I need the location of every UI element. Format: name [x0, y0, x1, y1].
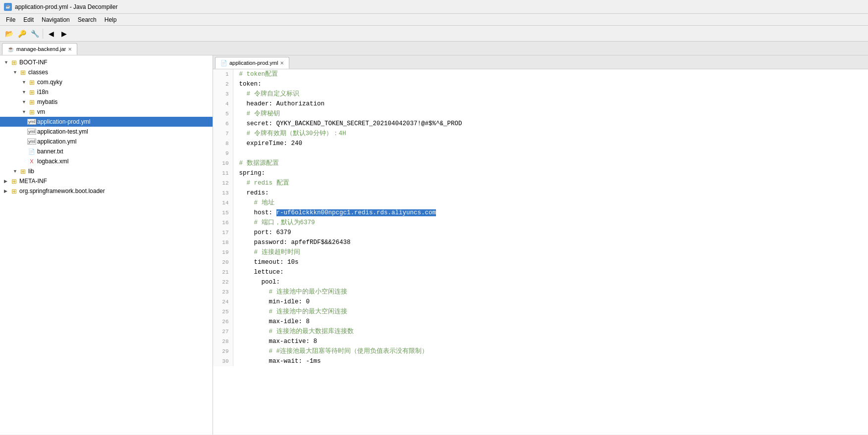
line-content-2[interactable]: token: [233, 79, 868, 89]
tree-node-banner-txt[interactable]: 📄 banner.txt [0, 146, 213, 156]
tree-node-application-test-yml[interactable]: yml application-test.yml [0, 127, 213, 137]
line-content-13[interactable]: redis: [233, 188, 868, 198]
comment-span: # 地址 [239, 199, 274, 206]
tree-node-com-qyky[interactable]: ▼ ⊞ com.qyky [0, 77, 213, 87]
line-content-26[interactable]: max-idle: 8 [233, 317, 868, 327]
code-row-27: 27 # 连接池的最大数据库连接数 [213, 327, 868, 337]
editor-tab-application-prod[interactable]: 📄 application-prod.yml ✕ [215, 57, 289, 69]
xml-file-icon: X [28, 157, 36, 165]
open-file-button[interactable]: 📂 [3, 28, 15, 40]
comment-span: # 数据源配置 [239, 160, 279, 167]
main-tab-close[interactable]: ✕ [68, 47, 72, 52]
menu-help[interactable]: Help [101, 15, 121, 24]
menu-navigation[interactable]: Navigation [38, 15, 74, 24]
tree-panel: ▼ ⊞ BOOT-INF ▼ ⊞ classes ▼ ⊞ com.qyky ▼ … [0, 55, 213, 435]
yml-file-icon: yml [28, 138, 36, 145]
menu-search[interactable]: Search [74, 15, 101, 24]
tree-node-application-prod-yml[interactable]: yml application-prod.yml [0, 117, 213, 127]
code-row-25: 25 # 连接池中的最大空闲连接 [213, 307, 868, 317]
main-tab-manage-backend[interactable]: ☕ manage-backend.jar ✕ [2, 43, 77, 55]
line-content-23[interactable]: # 连接池中的最小空闲连接 [233, 287, 868, 297]
comment-span: # redis 配置 [239, 180, 289, 187]
line-content-5[interactable]: # 令牌秘钥 [233, 109, 868, 119]
tree-node-meta-inf[interactable]: ▶ ⊞ META-INF [0, 176, 213, 186]
line-content-19[interactable]: # 连接超时时间 [233, 247, 868, 257]
editor-tab-close[interactable]: ✕ [280, 60, 284, 66]
line-content-28[interactable]: max-active: 8 [233, 337, 868, 346]
line-content-6[interactable]: secret: QYKY_BACKEND_TOKEN_SECRET_202104… [233, 119, 868, 129]
line-content-10[interactable]: # 数据源配置 [233, 158, 868, 168]
package-icon: ⊞ [10, 187, 18, 195]
line-content-4[interactable]: header: Authorization [233, 99, 868, 109]
line-content-9[interactable] [233, 148, 868, 158]
line-number-13: 13 [213, 188, 233, 198]
package-icon: ⊞ [10, 177, 18, 185]
comment-span: # 连接池中的最小空闲连接 [239, 289, 347, 295]
tree-node-mybatis[interactable]: ▼ ⊞ mybatis [0, 97, 213, 107]
line-number-3: 3 [213, 89, 233, 99]
tree-node-vm[interactable]: ▼ ⊞ vm [0, 107, 213, 117]
line-content-12[interactable]: # redis 配置 [233, 178, 868, 188]
tree-toggle: ▼ [13, 169, 19, 174]
menu-bar: File Edit Navigation Search Help [0, 14, 868, 26]
comment-span: # 连接超时时间 [239, 249, 300, 256]
key-button[interactable]: 🔑 [16, 28, 28, 40]
properties-button[interactable]: 🔧 [29, 28, 41, 40]
line-number-11: 11 [213, 168, 233, 178]
line-content-3[interactable]: # 令牌自定义标识 [233, 89, 868, 99]
code-row-29: 29 # #连接池最大阻塞等待时间（使用负值表示没有限制） [213, 346, 868, 356]
tree-node-classes[interactable]: ▼ ⊞ classes [0, 67, 213, 77]
back-button[interactable]: ◀ [45, 28, 57, 40]
line-content-29[interactable]: # #连接池最大阻塞等待时间（使用负值表示没有限制） [233, 346, 868, 356]
line-number-5: 5 [213, 109, 233, 119]
line-number-12: 12 [213, 178, 233, 188]
tree-node-label: banner.txt [37, 148, 63, 155]
tree-node-lib[interactable]: ▼ ⊞ lib [0, 166, 213, 176]
forward-button[interactable]: ▶ [58, 28, 70, 40]
code-row-30: 30 max-wait: -1ms [213, 356, 868, 366]
code-row-8: 8 expireTime: 240 [213, 139, 868, 148]
code-row-19: 19 # 连接超时时间 [213, 247, 868, 257]
highlight-span: r-uf6olckkkn00npcgc1.redis.rds.aliyuncs.… [276, 209, 436, 216]
line-content-27[interactable]: # 连接池的最大数据库连接数 [233, 327, 868, 337]
line-content-17[interactable]: port: 6379 [233, 228, 868, 238]
line-number-26: 26 [213, 317, 233, 327]
line-content-24[interactable]: min-idle: 0 [233, 297, 868, 307]
line-content-30[interactable]: max-wait: -1ms [233, 356, 868, 366]
line-number-29: 29 [213, 346, 233, 356]
menu-file[interactable]: File [2, 15, 19, 24]
line-number-9: 9 [213, 148, 233, 158]
txt-file-icon: 📄 [28, 147, 36, 155]
line-number-17: 17 [213, 228, 233, 238]
line-content-25[interactable]: # 连接池中的最大空闲连接 [233, 307, 868, 317]
comment-span: # 令牌有效期（默认30分钟）：4H [239, 130, 346, 137]
line-content-21[interactable]: lettuce: [233, 267, 868, 277]
line-content-16[interactable]: # 端口，默认为6379 [233, 218, 868, 228]
code-row-14: 14 # 地址 [213, 198, 868, 208]
line-content-22[interactable]: pool: [233, 277, 868, 287]
code-row-23: 23 # 连接池中的最小空闲连接 [213, 287, 868, 297]
code-row-7: 7 # 令牌有效期（默认30分钟）：4H [213, 129, 868, 139]
line-content-18[interactable]: password: apfefRDF$&&26438 [233, 238, 868, 247]
tree-node-i18n[interactable]: ▼ ⊞ i18n [0, 87, 213, 97]
tree-node-logback-xml[interactable]: X logback.xml [0, 156, 213, 166]
tree-node-boot-inf[interactable]: ▼ ⊞ BOOT-INF [0, 57, 213, 67]
main-tab-label: manage-backend.jar [16, 46, 66, 52]
line-content-20[interactable]: timeout: 10s [233, 257, 868, 267]
line-content-7[interactable]: # 令牌有效期（默认30分钟）：4H [233, 129, 868, 139]
tree-node-org-springframework[interactable]: ▶ ⊞ org.springframework.boot.loader [0, 186, 213, 196]
package-icon: ⊞ [28, 108, 36, 116]
code-row-2: 2token: [213, 79, 868, 89]
code-row-15: 15 host: r-uf6olckkkn00npcgc1.redis.rds.… [213, 208, 868, 218]
line-content-8[interactable]: expireTime: 240 [233, 139, 868, 148]
tree-node-label: com.qyky [37, 79, 62, 86]
line-content-15[interactable]: host: r-uf6olckkkn00npcgc1.redis.rds.ali… [233, 208, 868, 218]
tree-node-application-yml[interactable]: yml application.yml [0, 137, 213, 146]
line-content-1[interactable]: # token配置 [233, 69, 868, 79]
line-content-11[interactable]: spring: [233, 168, 868, 178]
tree-node-label: application-test.yml [37, 128, 88, 135]
code-view[interactable]: 1# token配置2token:3 # 令牌自定义标识4 header: Au… [213, 69, 868, 435]
menu-edit[interactable]: Edit [19, 15, 38, 24]
line-content-14[interactable]: # 地址 [233, 198, 868, 208]
line-number-15: 15 [213, 208, 233, 218]
